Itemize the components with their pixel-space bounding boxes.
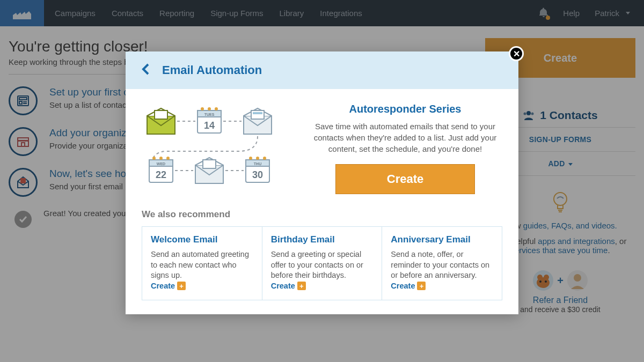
svg-text:14: 14 [204, 120, 215, 131]
autoresponder-desc: Save time with automated emails that sen… [308, 121, 502, 154]
recommend-birthday: Birthday Email Send a greeting or specia… [262, 226, 383, 300]
svg-text:WED: WED [157, 162, 165, 166]
card-create-link[interactable]: Create + [391, 281, 426, 292]
recommend-welcome: Welcome Email Send an automated greeting… [142, 226, 262, 300]
svg-point-40 [166, 157, 170, 160]
svg-point-38 [152, 157, 156, 160]
modal-title: Email Automation [162, 63, 262, 77]
recommend-heading: We also recommend [126, 205, 518, 226]
svg-point-49 [249, 157, 252, 160]
svg-text:TUES: TUES [204, 113, 215, 116]
svg-point-28 [208, 107, 211, 110]
card-title: Anniversary Email [391, 234, 493, 245]
plus-icon: + [177, 282, 186, 290]
back-icon[interactable] [142, 63, 150, 77]
svg-rect-34 [251, 110, 264, 119]
card-body: Send an automated greeting to each new c… [151, 250, 249, 279]
modal-header: Email Automation [126, 51, 518, 89]
card-body: Send a note, offer, or reminder to your … [391, 250, 489, 279]
autoresponder-card: Autoresponder Series Save time with auto… [308, 103, 502, 200]
svg-point-29 [215, 107, 218, 110]
card-body: Send a greeting or special offer to your… [271, 250, 363, 279]
autoresponder-title: Autoresponder Series [308, 103, 502, 115]
svg-text:30: 30 [252, 169, 263, 180]
card-create-link[interactable]: Create + [271, 281, 306, 292]
svg-point-50 [256, 157, 259, 160]
svg-point-27 [201, 107, 204, 110]
email-automation-modal: ✕ Email Automation TUES [126, 51, 518, 314]
svg-point-51 [263, 157, 266, 160]
svg-rect-35 [253, 112, 262, 114]
recommend-anniversary: Anniversary Email Send a note, offer, or… [382, 226, 502, 300]
card-title: Birthday Email [271, 234, 374, 245]
svg-rect-23 [155, 110, 167, 119]
svg-rect-45 [203, 160, 216, 168]
plus-icon: + [297, 282, 306, 290]
svg-point-39 [159, 157, 163, 160]
card-title: Welcome Email [151, 234, 253, 245]
recommend-row: Welcome Email Send an automated greeting… [126, 226, 518, 314]
plus-icon: + [417, 282, 426, 290]
svg-text:THU: THU [254, 162, 261, 166]
svg-text:22: 22 [156, 169, 166, 180]
close-icon[interactable]: ✕ [509, 46, 524, 61]
card-create-link[interactable]: Create + [151, 281, 186, 292]
automation-illustration: TUES 14 WED [142, 103, 297, 200]
autoresponder-create-button[interactable]: Create [335, 164, 475, 194]
